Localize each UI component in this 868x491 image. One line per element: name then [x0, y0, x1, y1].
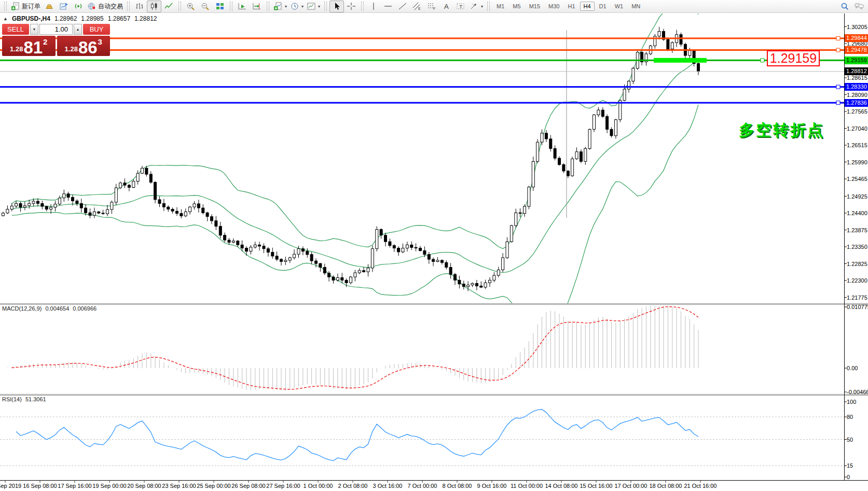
auto-scroll-button[interactable]	[235, 1, 250, 12]
time-axis-label: 9 Oct 16:00	[477, 483, 507, 489]
rsi-axis-tick: 50	[847, 437, 853, 443]
line-handle[interactable]	[836, 36, 840, 40]
equidistant-channel-icon: E	[412, 2, 422, 10]
toolbar-grip[interactable]	[178, 2, 181, 11]
collapse-panel-icon[interactable]: ▲	[3, 16, 8, 21]
new-order-button[interactable]: 新订单	[9, 1, 42, 12]
line-handle[interactable]	[836, 85, 840, 89]
y-axis-tick: 1.25990	[847, 159, 867, 165]
line-handle[interactable]	[836, 101, 840, 105]
search-icon	[840, 2, 849, 10]
search-button[interactable]	[837, 1, 852, 12]
line-chart-button[interactable]	[161, 1, 176, 12]
macd-axis-tick: -0.004668	[847, 389, 868, 395]
toolbar-grip[interactable]	[230, 2, 232, 11]
y-axis-tick: 1.25465	[847, 176, 867, 182]
timeframe-h4[interactable]: H4	[580, 2, 595, 11]
templates-dropdown-icon[interactable]: ▾	[318, 4, 320, 9]
price-level-line-1.27836[interactable]	[0, 102, 844, 104]
timeframe-m1[interactable]: M1	[493, 2, 508, 11]
time-axis-label: 18 Oct 08:00	[650, 483, 682, 489]
y-axis-tick: 1.30205	[847, 24, 867, 30]
highlight-segment[interactable]	[654, 58, 707, 63]
chart-area[interactable]: 1.302051.296801.286151.280901.275651.270…	[0, 0, 868, 491]
cursor-button[interactable]	[329, 1, 344, 12]
text-icon: A	[442, 2, 451, 10]
y-axis-tick: 1.27565	[847, 108, 867, 115]
timeframe-h1[interactable]: H1	[564, 2, 578, 11]
sell-price-display[interactable]: 1.28 81 2	[2, 36, 56, 56]
y-axis-tick: 1.28615	[847, 75, 867, 81]
line-handle[interactable]	[761, 59, 764, 62]
timeframe-mn[interactable]: MN	[628, 2, 644, 11]
time-axis-label: 8 Oct 08:00	[443, 483, 472, 489]
indicators-button[interactable]: ▾	[272, 1, 288, 12]
bollinger-middle-band	[12, 60, 698, 273]
tile-windows-button[interactable]	[213, 1, 227, 12]
timeframe-m5[interactable]: M5	[509, 2, 524, 11]
shapes-dropdown-icon[interactable]: ▾	[481, 4, 483, 9]
svg-text:A: A	[444, 3, 449, 10]
text-label-button[interactable]: T	[453, 1, 468, 12]
periods-icon	[290, 2, 299, 10]
rsi-axis-tick: 100	[847, 399, 856, 405]
buy-price-display[interactable]: 1.28 86 3	[57, 36, 111, 56]
publish-button[interactable]	[57, 1, 71, 12]
timeframe-m15[interactable]: M15	[526, 2, 544, 11]
periods-button[interactable]: ▾	[288, 1, 305, 12]
time-axis-label: 16 Sep 08:00	[23, 483, 57, 489]
bar-chart-button[interactable]	[132, 1, 147, 12]
vertical-line-icon	[369, 2, 378, 10]
price-tag-label[interactable]: 1.29159	[767, 50, 820, 66]
toolbar-grip[interactable]	[487, 2, 490, 11]
periods-dropdown-icon[interactable]: ▾	[301, 4, 304, 9]
bar-chart-icon	[135, 2, 144, 10]
timeframe-m30[interactable]: M30	[545, 2, 563, 11]
toolbar-grip[interactable]	[361, 2, 364, 11]
trend-line-button[interactable]	[395, 1, 410, 12]
price-level-line-1.29159[interactable]	[0, 60, 844, 61]
templates-button[interactable]: ▾	[305, 1, 322, 12]
volume-increase-button[interactable]: ▲	[74, 24, 82, 35]
zoom-in-button[interactable]	[184, 1, 198, 12]
chart-shift-button[interactable]	[250, 1, 264, 12]
text-label-icon: T	[456, 2, 465, 10]
volume-input[interactable]: 1.00	[39, 24, 73, 35]
timeframe-w1[interactable]: W1	[611, 2, 627, 11]
macd-main-value: 0.004654	[45, 305, 69, 312]
gold-button[interactable]	[42, 1, 57, 12]
toolbar-grip[interactable]	[127, 2, 130, 11]
toolbar-grip[interactable]	[4, 2, 7, 11]
y-axis-tick: 1.22300	[847, 277, 867, 284]
shapes-button[interactable]: ▾	[468, 1, 485, 12]
text-button[interactable]: A	[439, 1, 453, 12]
line-handle[interactable]	[836, 48, 840, 52]
fibonacci-button[interactable]: F	[424, 1, 439, 12]
crosshair-button[interactable]	[344, 1, 359, 12]
sell-button[interactable]: SELL	[2, 24, 29, 35]
price-level-line-1.29478[interactable]	[0, 49, 844, 51]
rsi-axis-tick: 0	[847, 474, 850, 480]
vertical-line-button[interactable]	[366, 1, 381, 12]
price-level-line-1.28330[interactable]	[0, 86, 844, 88]
y-axis-tick: 1.21775	[847, 294, 867, 301]
chinese-annotation[interactable]: 多空转折点	[739, 120, 824, 141]
price-level-line-1.29844[interactable]	[0, 37, 844, 39]
horizontal-line-button[interactable]	[381, 1, 395, 12]
toolbar-grip[interactable]	[267, 2, 269, 11]
time-axis-label: 13 Sep 2019	[0, 483, 21, 489]
volume-decrease-button[interactable]: ▼	[30, 24, 38, 35]
bollinger-lower-band	[12, 105, 698, 341]
signal-button[interactable]	[71, 1, 86, 12]
equidistant-channel-button[interactable]: E	[410, 1, 424, 12]
toolbar-grip[interactable]	[324, 2, 327, 11]
timeframe-d1[interactable]: D1	[596, 2, 610, 11]
buy-button[interactable]: BUY	[83, 24, 110, 35]
chat-button[interactable]	[852, 1, 866, 12]
one-click-trade-panel: SELL ▼ 1.00 ▲ BUY 1.28 81 2 1.28 86 3	[2, 24, 110, 56]
autotrade-button[interactable]: 自动交易	[86, 1, 125, 12]
indicators-dropdown-icon[interactable]: ▾	[285, 4, 287, 9]
zoom-out-button[interactable]	[198, 1, 213, 12]
candle-chart-button[interactable]	[147, 1, 161, 12]
symbol-timeframe-label: GBPUSD-,H4	[12, 15, 50, 22]
